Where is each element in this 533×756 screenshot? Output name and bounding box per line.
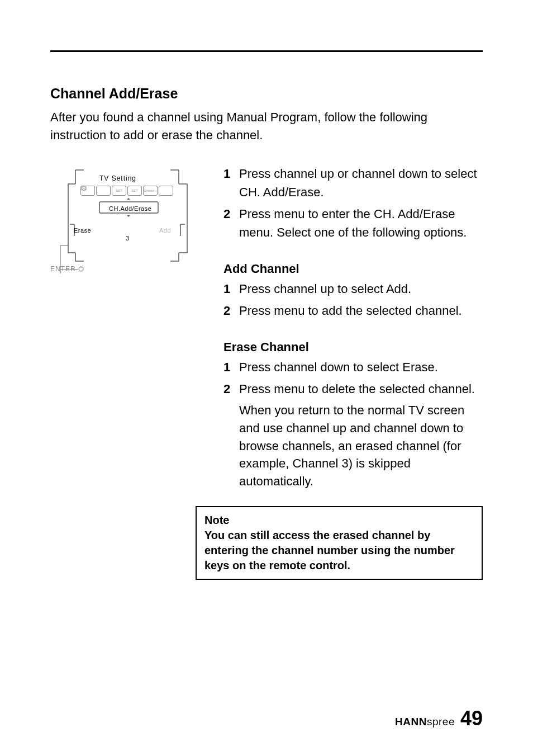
horizontal-rule <box>50 50 483 52</box>
list-number: 2 <box>223 380 239 398</box>
note-box: Note You can still access the erased cha… <box>196 506 483 580</box>
list-text: Press menu to add the selected channel. <box>239 301 483 320</box>
diagram-icon <box>159 186 173 196</box>
list-number: 1 <box>223 280 239 298</box>
diagram-option-label: CH.Add/Erase <box>109 205 151 212</box>
erase-continuation-text: When you return to the normal TV screen … <box>239 401 483 490</box>
diagram-title: TV Setting <box>99 174 136 182</box>
section-heading: Channel Add/Erase <box>50 86 483 102</box>
svg-point-3 <box>82 186 86 190</box>
list-text: Press channel up or channel down to sele… <box>239 164 483 201</box>
brand-bold: HANN <box>395 716 427 727</box>
erase-channel-heading: Erase Channel <box>223 340 483 355</box>
diagram-erase-label: Erase <box>74 227 91 234</box>
diagram-add-label: Add <box>159 227 171 234</box>
list-item: 2 Press menu to delete the selected chan… <box>223 380 483 398</box>
diagram-icon <box>96 186 111 196</box>
list-number: 1 <box>223 164 239 201</box>
intro-text: After you found a channel using Manual P… <box>50 108 483 144</box>
diagram-enter-label: ENTER <box>50 265 76 273</box>
page-footer: HANNspree 49 <box>395 707 483 730</box>
list-item: 2 Press menu to add the selected channel… <box>223 301 483 320</box>
note-title: Note <box>204 513 474 528</box>
diagram-icon: SET <box>127 186 142 196</box>
brand-light: spree <box>427 716 455 727</box>
list-text: Press channel down to select Erase. <box>239 358 483 376</box>
list-text: Press channel up to select Add. <box>239 280 483 298</box>
list-item: 1 Press channel down to select Erase. <box>223 358 483 376</box>
svg-point-1 <box>79 267 83 271</box>
list-number: 1 <box>223 358 239 376</box>
list-text: Press menu to delete the selected channe… <box>239 380 483 398</box>
diagram-column: TV Setting SET SET Channel + CH.Add/Eras… <box>50 164 196 580</box>
instruction-column: 1 Press channel up or channel down to se… <box>223 164 483 580</box>
diagram-icon: Channel + <box>143 186 158 196</box>
list-item: 1 Press channel up to select Add. <box>223 280 483 298</box>
note-body: You can still access the erased channel … <box>204 528 474 573</box>
add-channel-heading: Add Channel <box>223 262 483 276</box>
page-number: 49 <box>460 707 483 730</box>
list-number: 2 <box>223 301 239 320</box>
brand-logo: HANNspree <box>395 716 455 728</box>
diagram-icon-row: SET SET Channel + <box>80 186 174 196</box>
diagram-channel-number: 3 <box>126 235 129 242</box>
list-item: 2 Press menu to enter the CH. Add/Erase … <box>223 205 483 242</box>
tv-menu-diagram: TV Setting SET SET Channel + CH.Add/Eras… <box>50 164 196 276</box>
diagram-icon: SET <box>112 186 126 196</box>
content-row: TV Setting SET SET Channel + CH.Add/Eras… <box>50 164 483 580</box>
list-text: Press menu to enter the CH. Add/Erase me… <box>239 205 483 242</box>
list-item: 1 Press channel up or channel down to se… <box>223 164 483 201</box>
list-number: 2 <box>223 205 239 242</box>
